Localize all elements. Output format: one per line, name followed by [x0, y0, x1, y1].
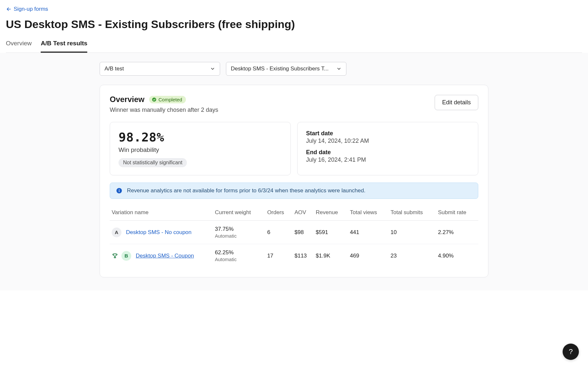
revenue-value: $591 [314, 221, 348, 244]
orders-value: 6 [265, 221, 293, 244]
info-banner: Revenue analytics are not available for … [110, 183, 478, 199]
win-probability-label: Win probability [119, 146, 282, 154]
weight-sub: Automatic [215, 257, 263, 262]
views-value: 469 [348, 244, 389, 268]
tab-overview[interactable]: Overview [6, 37, 32, 52]
svg-point-1 [152, 97, 156, 102]
results-table: Variation name Current weight Orders AOV… [110, 205, 478, 267]
svg-point-4 [119, 189, 119, 190]
start-date-value: July 14, 2024, 10:22 AM [306, 138, 469, 144]
win-probability-card: 98.28% Win probability Not statistically… [110, 122, 291, 175]
rate-value: 2.27% [436, 221, 478, 244]
aov-value: $113 [292, 244, 314, 268]
weight-value: 37.75% [215, 226, 263, 232]
orders-value: 17 [265, 244, 293, 268]
table-row: A Desktop SMS - No coupon 37.75% Automat… [110, 221, 478, 244]
arrow-left-icon [6, 6, 12, 12]
breadcrumb[interactable]: Sign-up forms [6, 6, 48, 12]
end-date-label: End date [306, 149, 469, 156]
revenue-value: $1.9K [314, 244, 348, 268]
submits-value: 23 [388, 244, 436, 268]
significance-pill: Not statistically significant [119, 158, 187, 167]
weight-sub: Automatic [215, 233, 263, 239]
svg-rect-3 [119, 190, 119, 192]
check-circle-icon [152, 97, 157, 102]
views-value: 441 [348, 221, 389, 244]
col-rate: Submit rate [436, 205, 478, 221]
status-badge: Completed [149, 96, 186, 103]
status-badge-label: Completed [159, 97, 182, 102]
trophy-icon [112, 253, 118, 259]
select-test-instance-value: Desktop SMS - Existing Subscribers T... [231, 66, 329, 72]
page-title: US Desktop SMS - Existing Subscribers (f… [6, 18, 582, 31]
overview-title: Overview [110, 95, 145, 104]
overview-card: Overview Completed Winner was manually c… [100, 85, 488, 277]
tabs: Overview A/B Test results [6, 37, 582, 53]
table-row: B Desktop SMS - Coupon 62.25% Automatic … [110, 244, 478, 268]
variation-letter: B [121, 251, 131, 261]
chevron-down-icon [336, 66, 342, 71]
aov-value: $98 [292, 221, 314, 244]
variation-link[interactable]: Desktop SMS - No coupon [126, 229, 191, 236]
variation-letter: A [112, 228, 121, 237]
chevron-down-icon [210, 66, 215, 71]
breadcrumb-label: Sign-up forms [14, 6, 48, 12]
weight-value: 62.25% [215, 249, 263, 256]
col-submits: Total submits [388, 205, 436, 221]
select-test-instance[interactable]: Desktop SMS - Existing Subscribers T... [226, 62, 346, 76]
col-revenue: Revenue [314, 205, 348, 221]
rate-value: 4.90% [436, 244, 478, 268]
start-date-label: Start date [306, 130, 469, 137]
info-banner-text: Revenue analytics are not available for … [127, 187, 365, 194]
col-views: Total views [348, 205, 389, 221]
select-test-type-value: A/B test [105, 66, 124, 72]
variation-link[interactable]: Desktop SMS - Coupon [136, 253, 194, 259]
dates-card: Start date July 14, 2024, 10:22 AM End d… [297, 122, 478, 175]
select-test-type[interactable]: A/B test [100, 62, 220, 76]
submits-value: 10 [388, 221, 436, 244]
tab-ab-results[interactable]: A/B Test results [41, 37, 87, 53]
col-aov: AOV [292, 205, 314, 221]
col-weight: Current weight [213, 205, 265, 221]
win-probability-value: 98.28% [119, 130, 282, 144]
overview-subtitle: Winner was manually chosen after 2 days [110, 107, 218, 113]
end-date-value: July 16, 2024, 2:41 PM [306, 156, 469, 163]
col-variation: Variation name [110, 205, 213, 221]
info-icon [116, 187, 122, 194]
edit-details-button[interactable]: Edit details [435, 95, 478, 110]
col-orders: Orders [265, 205, 293, 221]
